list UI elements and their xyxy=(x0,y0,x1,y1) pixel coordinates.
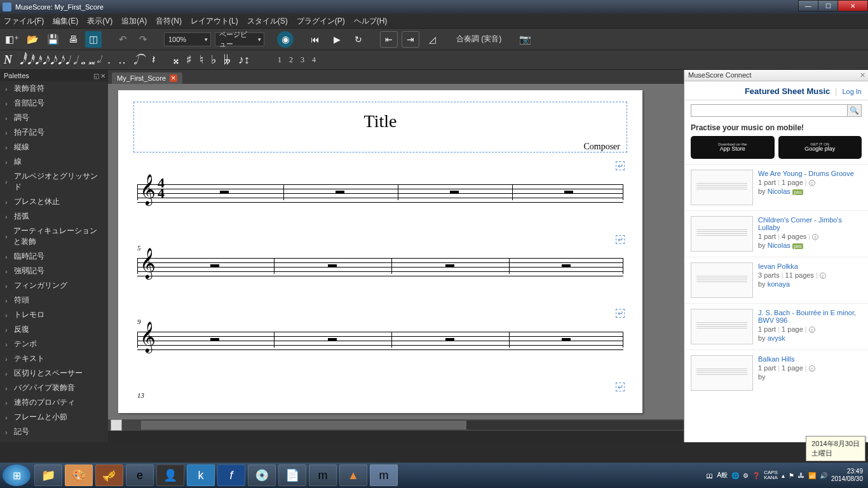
score-title-link[interactable]: Balkan Hills xyxy=(758,355,794,363)
tray-icon[interactable]: ❓ xyxy=(752,472,760,479)
palette-item[interactable]: 縦線 xyxy=(0,140,108,154)
loop-in-button[interactable]: ⇤ xyxy=(380,31,398,48)
taskbar-app-4[interactable]: k xyxy=(187,464,215,486)
staff-system-2[interactable]: 5 𝄞 xyxy=(137,253,623,278)
open-button[interactable]: 📂 xyxy=(24,31,41,48)
tray-icon[interactable]: ⚙ xyxy=(743,472,749,479)
save-button[interactable]: 💾 xyxy=(44,31,61,48)
flip-stem-button[interactable]: ♪↕ xyxy=(238,53,250,67)
menu-add[interactable]: 追加(A) xyxy=(121,16,147,27)
taskbar-app-2[interactable]: 🎺 xyxy=(95,464,123,486)
palette-item[interactable]: トレモロ xyxy=(0,308,108,322)
viewmode-dropdown[interactable]: ページビュー xyxy=(215,32,264,46)
menu-notes[interactable]: 音符(N) xyxy=(156,16,182,27)
sheet-music-item[interactable]: Ievan Polkka3 parts | 11 pages | cby kon… xyxy=(684,257,868,303)
palette-item[interactable]: 連符のプロパティ xyxy=(0,395,108,410)
sheet-music-item[interactable]: J. S. Bach - Bourrée in E minor, BWV 996… xyxy=(684,303,868,349)
natural-button[interactable]: ♮ xyxy=(200,53,203,67)
voice-4-button[interactable]: 4 xyxy=(312,55,316,65)
palette-item[interactable]: 符頭 xyxy=(0,293,108,308)
palette-item[interactable]: テンポ xyxy=(0,337,108,351)
sheet-music-item[interactable]: We Are Young - Drums Groove1 part | 1 pa… xyxy=(684,164,868,210)
menu-edit[interactable]: 編集(E) xyxy=(53,16,78,27)
concert-pitch-button[interactable]: 合奏調 (実音) xyxy=(456,34,501,44)
palette-item[interactable]: フレームと小節 xyxy=(0,410,108,424)
score-tab[interactable]: My_First_Score ✕ xyxy=(112,72,182,84)
palette-item[interactable]: アーティキュレーションと装飾 xyxy=(0,224,108,249)
score-composer[interactable]: Composer xyxy=(134,142,620,152)
palette-item[interactable]: アルペジオとグリッサンド xyxy=(0,169,108,194)
tie-button[interactable]: 𝅗𝅥⁀ xyxy=(133,52,144,67)
tray-icon[interactable]: ⚑ xyxy=(789,472,794,479)
menu-help[interactable]: ヘルプ(H) xyxy=(354,16,388,27)
palette-item[interactable]: 反復 xyxy=(0,322,108,337)
palette-item[interactable]: フィンガリング xyxy=(0,278,108,293)
dot-button[interactable]: . xyxy=(107,53,111,67)
double-dot-button[interactable]: ‥ xyxy=(118,53,126,67)
palette-item[interactable]: ブレスと休止 xyxy=(0,194,108,209)
search-button[interactable]: 🔍 xyxy=(848,104,862,117)
score-title-link[interactable]: Ievan Polkka xyxy=(758,262,798,270)
menu-view[interactable]: 表示(V) xyxy=(87,16,112,27)
loop-button[interactable]: ↻ xyxy=(349,31,367,48)
double-flat-button[interactable]: 𝄫 xyxy=(224,53,231,67)
close-button[interactable]: ✕ xyxy=(837,0,868,11)
tray-icon[interactable]: 🕮 xyxy=(707,472,713,479)
palette-item[interactable]: 拍子記号 xyxy=(0,125,108,140)
tab-close-icon[interactable]: ✕ xyxy=(170,74,177,82)
staff-system-4[interactable]: 13 xyxy=(137,400,623,419)
tray-network-icon[interactable]: 📶 xyxy=(808,472,816,479)
toggle-panel-button[interactable]: ◫ xyxy=(85,31,102,48)
taskbar-musescore-1[interactable]: m xyxy=(309,464,337,486)
tray-icon[interactable]: 🖧 xyxy=(798,472,804,479)
voice-1-button[interactable]: 1 xyxy=(278,55,281,65)
score-title-link[interactable]: J. S. Bach - Bourrée in E minor, BWV 996 xyxy=(758,309,856,324)
menu-file[interactable]: ファイル(F) xyxy=(4,16,44,27)
palette-item[interactable]: 記号 xyxy=(0,424,108,439)
author-link[interactable]: avysk xyxy=(768,334,785,342)
palette-item[interactable]: 調号 xyxy=(0,111,108,125)
score-title-link[interactable]: We Are Young - Drums Groove xyxy=(758,170,854,177)
undo-button[interactable]: ↶ xyxy=(114,31,131,48)
palette-item[interactable]: バグパイプ装飾音 xyxy=(0,381,108,395)
googleplay-button[interactable]: GET IT ON Google play xyxy=(778,136,862,159)
double-sharp-button[interactable]: 𝄪 xyxy=(173,53,179,67)
palette-item[interactable]: 強弱記号 xyxy=(0,264,108,278)
menu-style[interactable]: スタイル(S) xyxy=(247,16,288,27)
rewind-button[interactable]: ⏮ xyxy=(306,31,324,48)
palette-item[interactable]: 音部記号 xyxy=(0,96,108,111)
play-button[interactable]: ▶ xyxy=(328,31,346,48)
zoom-dropdown[interactable]: 100% xyxy=(164,32,211,46)
new-score-button[interactable]: ◧⁺ xyxy=(4,31,20,48)
palette-item[interactable]: 区切りとスペーサー xyxy=(0,366,108,381)
palette-item[interactable]: 線 xyxy=(0,154,108,169)
staff-system-1[interactable]: 𝄞 44 xyxy=(137,179,623,205)
menu-layout[interactable]: レイアウト(L) xyxy=(191,16,238,27)
tray-icon[interactable]: 🌐 xyxy=(731,472,739,479)
print-button[interactable]: 🖶 xyxy=(65,31,81,48)
taskbar-app-1[interactable]: 🎨 xyxy=(65,464,93,486)
palette-item[interactable]: 臨時記号 xyxy=(0,249,108,264)
note-input-toggle[interactable]: N xyxy=(4,53,12,67)
appstore-button[interactable]: Download on the App Store xyxy=(691,136,775,159)
taskbar-ie[interactable]: e xyxy=(126,464,154,486)
screenshot-button[interactable]: 📷 xyxy=(517,31,533,48)
voice-3-button[interactable]: 3 xyxy=(301,55,304,65)
taskbar-explorer[interactable]: 📁 xyxy=(34,464,62,486)
taskbar-vlc[interactable]: ▲ xyxy=(339,464,367,486)
tray-volume-icon[interactable]: 🔊 xyxy=(820,472,827,479)
duration-longa[interactable]: 𝆹𝅥 xyxy=(96,52,100,67)
palette-item[interactable]: テキスト xyxy=(0,351,108,366)
palettes-close-icon[interactable]: ✕ xyxy=(100,72,105,79)
start-button[interactable]: ⊞ xyxy=(3,464,31,486)
redo-button[interactable]: ↷ xyxy=(135,31,151,48)
taskbar-app-7[interactable]: 📄 xyxy=(278,464,306,486)
taskbar-musescore-2[interactable]: m xyxy=(370,464,398,486)
connect-close-icon[interactable]: ✕ xyxy=(860,71,865,79)
author-link[interactable]: konaya xyxy=(768,280,790,288)
score-title-link[interactable]: Children's Corner - Jimbo's Lullaby xyxy=(758,216,842,231)
sharp-button[interactable]: ♯ xyxy=(186,53,192,67)
title-frame[interactable]: Title Composer xyxy=(133,102,627,152)
score-canvas[interactable]: Title Composer ↵ 𝄞 44 ↵ 5 𝄞 xyxy=(108,84,684,419)
login-link[interactable]: Log In xyxy=(842,88,862,95)
